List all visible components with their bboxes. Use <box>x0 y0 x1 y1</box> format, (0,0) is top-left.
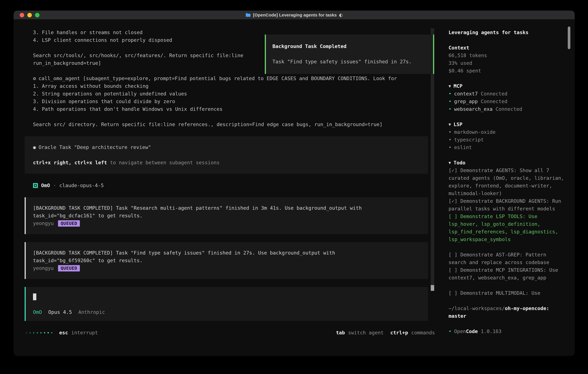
log-line: 2. String operations on potentially unde… <box>25 90 428 98</box>
chevron-down-icon: ▼ <box>449 82 451 90</box>
esc-label: interrupt <box>71 329 98 337</box>
input-model-name: Opus 4.5 <box>48 308 72 316</box>
oracle-title-line: ◉Oracle Task "Deep architecture review" <box>33 144 422 151</box>
status-badge: QUEUED <box>58 265 80 271</box>
toast-body: Task "Find type safety issues" finished … <box>273 58 427 65</box>
agent-separator: · <box>53 182 56 189</box>
lsp-section-header[interactable]: ▼ LSP <box>449 121 565 128</box>
bullet-icon: • <box>449 91 452 97</box>
window-title: [OpenCode] Leveraging agents for tasks ◐ <box>246 12 343 18</box>
mcp-item: •context7 Connected <box>449 90 565 98</box>
main-scrollbar-thumb[interactable] <box>431 285 434 291</box>
todo-item: [ ] Demonstrate MCP INTEGRATIONS: Use co… <box>449 266 565 281</box>
mcp-heading: MCP <box>454 82 462 90</box>
zoom-window-button[interactable] <box>35 13 40 17</box>
message-block: [BACKGROUND TASK COMPLETED] Task "Resear… <box>25 197 428 234</box>
bullet-icon: • <box>449 145 452 150</box>
session-title: Leveraging agents for tasks <box>449 29 565 36</box>
bullet-icon: • <box>449 106 452 112</box>
todo-item: [ ] Demonstrate AST-GREP: Pattern search… <box>449 251 565 266</box>
chevron-down-icon: ▼ <box>449 159 451 166</box>
minimize-window-button[interactable] <box>27 13 32 17</box>
ctrl-p-key: ctrl+p <box>390 329 408 337</box>
tool-call-line: ⚙call_omo_agent [subagent_type=explore, … <box>25 75 428 82</box>
tab-hint: tab switch agent <box>336 329 384 337</box>
oracle-hint-keys: ctrl+x right, ctrl+x left <box>33 160 107 166</box>
tool-call-text: call_omo_agent [subagent_type=explore, p… <box>39 75 397 81</box>
context-heading: Context <box>449 44 565 52</box>
input-cursor-line <box>33 293 422 301</box>
log-line: 4. Path operations that don't handle Win… <box>25 105 428 113</box>
log-line: Search src/ directory. Return specific f… <box>25 121 428 128</box>
terminal-window: [OpenCode] Leveraging agents for tasks ◐… <box>14 10 575 356</box>
sidebar: Leveraging agents for tasks Context 66,5… <box>448 20 575 356</box>
toast-title: Background Task Completed <box>273 42 427 50</box>
message-author: yeongyu <box>33 264 54 272</box>
window-content: 3. File handles or streams not closed 4.… <box>14 20 575 356</box>
lsp-item: •typescript <box>449 136 565 144</box>
oracle-blank <box>33 151 422 159</box>
statusbar: esc interrupt tab switch agent ctrl+p co… <box>25 329 435 337</box>
tab-label: switch agent <box>348 329 384 337</box>
message-text: task_id="bg_dcfac161" to get results. <box>33 212 422 219</box>
todo-item: [✓] Demonstrate BACKGROUND AGENTS: Run p… <box>449 197 565 213</box>
message-author: yeongyu <box>33 219 54 227</box>
status-badge: QUEUED <box>58 220 80 227</box>
todo-item: [ ] Demonstrate LSP TOOLS: Use lsp_hover… <box>449 213 565 243</box>
lsp-item: •eslint <box>449 144 565 151</box>
lsp-heading: LSP <box>454 121 462 128</box>
oracle-icon: ◉ <box>33 144 36 150</box>
activity-spinner <box>26 332 52 333</box>
input-model-provider: Anthropic <box>78 308 105 316</box>
message-block: [BACKGROUND TASK COMPLETED] Task "Find t… <box>25 242 428 279</box>
background-task-toast: Background Task Completed Task "Find typ… <box>265 35 434 74</box>
message-meta: yeongyu QUEUED <box>33 264 422 272</box>
context-spent: $0.46 spent <box>449 67 565 75</box>
log-line <box>25 113 428 121</box>
oracle-hint-line: ctrl+x right, ctrl+x left to navigate be… <box>33 159 422 166</box>
log-line: 1. Array access without bounds checking <box>25 82 428 90</box>
context-tokens: 66,518 tokens <box>449 52 565 59</box>
esc-hint: esc interrupt <box>59 329 98 337</box>
workspace-branch: master <box>449 312 565 320</box>
message-text: [BACKGROUND TASK COMPLETED] Task "Find t… <box>33 249 422 257</box>
oracle-task-panel: ◉Oracle Task "Deep architecture review" … <box>25 136 428 174</box>
mcp-item: •grep_app Connected <box>449 98 565 105</box>
folder-icon <box>246 13 251 17</box>
app-version: •OpenCode 1.0.163 <box>449 328 565 335</box>
chevron-down-icon: ▼ <box>449 121 451 128</box>
commands-label: commands <box>411 329 435 337</box>
close-window-button[interactable] <box>20 13 24 17</box>
chat-log-pane: 3. File handles or streams not closed 4.… <box>14 20 448 356</box>
todo-item: [ ] Demonstrate MULTIMODAL: Use <box>449 289 565 297</box>
agent-header: OmO · claude-opus-4-5 <box>25 182 428 189</box>
mcp-section-header[interactable]: ▼ MCP <box>449 82 565 90</box>
sidebar-scrollbar-thumb[interactable] <box>568 26 570 49</box>
commands-hint: ctrl+p commands <box>390 329 435 337</box>
window-title-text: [OpenCode] Leveraging agents for tasks <box>253 13 337 18</box>
oracle-hint-text: to navigate between subagent sessions <box>107 160 220 166</box>
agent-name: OmO <box>41 182 50 189</box>
message-text: task_id="bg_6f59260c" to get results. <box>33 257 422 264</box>
todo-section-header[interactable]: ▼ Todo <box>449 159 565 166</box>
toast-blank <box>273 50 427 58</box>
prompt-input[interactable]: OmO Opus 4.5 Anthropic <box>25 287 428 321</box>
progress-indicator-icon: ◐ <box>339 12 343 18</box>
esc-key: esc <box>59 329 68 337</box>
todo-item: [✓] Demonstrate AGENTS: Show all 7 curat… <box>449 166 565 197</box>
todo-heading: Todo <box>454 159 465 166</box>
agent-model: claude-opus-4-5 <box>59 182 104 189</box>
model-row: OmO Opus 4.5 Anthropic <box>33 308 422 316</box>
log-line: 3. Division operations that could divide… <box>25 98 428 105</box>
traffic-lights <box>20 13 40 17</box>
tab-key: tab <box>336 329 345 337</box>
mcp-item: •websearch_exa Connected <box>449 105 565 113</box>
agent-status-icon <box>33 183 38 188</box>
gear-icon: ⚙ <box>33 75 36 81</box>
lsp-item: •markdown-oxide <box>449 128 565 136</box>
bullet-icon: • <box>449 98 452 104</box>
message-text: [BACKGROUND TASK COMPLETED] Task "Resear… <box>33 204 422 212</box>
bullet-icon: • <box>449 137 452 143</box>
message-meta: yeongyu QUEUED <box>33 219 422 227</box>
text-cursor <box>33 293 36 300</box>
